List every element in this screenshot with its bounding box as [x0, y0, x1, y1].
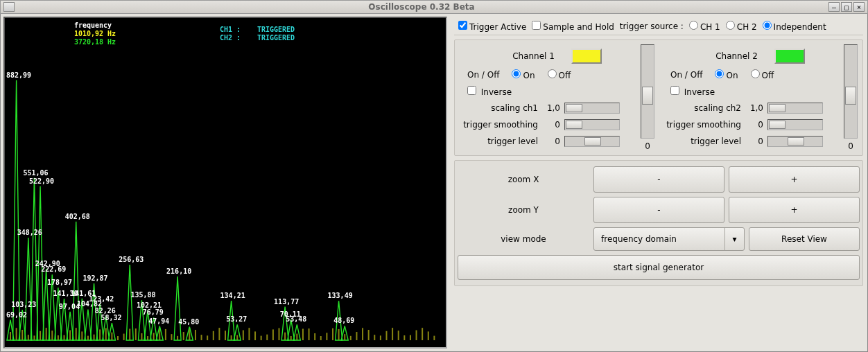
reset-view-button[interactable]: Reset View — [749, 227, 860, 251]
peak-value-label: 53,27 — [226, 315, 247, 323]
peak-value-label: 882,99 — [6, 71, 31, 79]
ch1-status-value: TRIGGERED — [257, 26, 295, 33]
trigger-level-label: trigger level — [665, 137, 741, 146]
ch2-status-label: CH2 : — [220, 34, 241, 42]
peak-value-label: 45,80 — [178, 318, 199, 326]
channel-off-radio[interactable]: Off — [548, 69, 571, 80]
trigger-level-value: 0 — [542, 137, 560, 146]
channel-title: Channel 2 — [715, 51, 758, 61]
onoff-label: On / Off — [467, 70, 499, 80]
scaling-label: scaling ch2 — [665, 103, 741, 113]
inverse-checkbox[interactable]: Inverse — [665, 86, 856, 97]
ch2-status-value: TRIGGERED — [257, 34, 295, 42]
spectrum-peak — [174, 276, 181, 340]
view-mode-label: view mode — [458, 234, 589, 244]
trigger-level-slider[interactable] — [564, 136, 620, 147]
peak-value-label: 48,69 — [333, 317, 354, 324]
trigger-active-checkbox[interactable]: Trigger Active — [458, 21, 526, 32]
peak-value-label: 141,30 — [53, 290, 78, 297]
peak-value-label: 522,90 — [29, 177, 54, 185]
peak-value-label: 134,21 — [220, 292, 245, 299]
frequency-ch1-value: 1010,92 Hz — [74, 30, 116, 37]
trigger-level-value: 0 — [745, 137, 763, 146]
zoom-y-label: zoom Y — [458, 205, 589, 215]
scaling-value: 1,0 — [745, 103, 763, 113]
channel-vertical-slider[interactable] — [641, 44, 654, 139]
peak-value-label: 402,68 — [65, 213, 90, 220]
vslider-readout: 0 — [645, 141, 650, 151]
peak-value-label: 222,69 — [41, 265, 66, 273]
view-mode-value: frequency domain — [601, 234, 677, 244]
chevron-down-icon: ▾ — [724, 228, 744, 250]
trigger-level-slider[interactable] — [767, 136, 823, 147]
channel-off-radio[interactable]: Off — [751, 69, 774, 80]
trigger-source-label: trigger source : — [620, 21, 684, 31]
zoom-x-plus-button[interactable]: + — [729, 166, 860, 193]
frequency-label: frequency — [74, 21, 112, 29]
peak-value-label: 256,63 — [119, 256, 144, 263]
channel-on-radio[interactable]: On — [512, 69, 535, 80]
window-minimize-button[interactable]: – — [828, 2, 840, 12]
trigger-smoothing-value: 0 — [542, 120, 560, 130]
zoom-y-plus-button[interactable]: + — [729, 197, 860, 223]
trigger-source-ch2-radio[interactable]: CH 2 — [726, 21, 757, 32]
inverse-checkbox[interactable]: Inverse — [462, 86, 652, 97]
peak-value-label: 348,26 — [17, 229, 42, 236]
peak-value-label: 69,02 — [6, 311, 27, 319]
peak-value-label: 216,10 — [166, 267, 191, 275]
trigger-smoothing-label: trigger smoothing — [462, 120, 538, 130]
window-maximize-button[interactable]: □ — [841, 2, 852, 12]
window-close-button[interactable]: × — [853, 2, 865, 12]
peak-value-label: 178,97 — [47, 279, 72, 286]
peak-value-label: 102,21 — [137, 301, 162, 309]
peak-value-label: 192,87 — [83, 274, 108, 282]
zoom-x-minus-button[interactable]: - — [593, 166, 724, 193]
peak-value-label: 103,23 — [11, 301, 36, 308]
ch1-status-label: CH1 : — [220, 26, 241, 33]
trigger-smoothing-label: trigger smoothing — [665, 120, 741, 130]
window-menu-button[interactable] — [3, 2, 15, 12]
view-mode-combo[interactable]: frequency domain ▾ — [593, 227, 745, 251]
frequency-ch2-value: 3720,18 Hz — [74, 38, 116, 46]
peak-value-label: 58,32 — [101, 314, 121, 322]
peak-value-label: 47,94 — [148, 317, 169, 325]
zoom-x-label: zoom X — [458, 175, 589, 184]
trigger-source-independent-radio[interactable]: Independent — [763, 21, 826, 32]
spectrum-peak — [73, 222, 80, 340]
peak-value-label: 551,06 — [23, 169, 48, 177]
controls-panel: Trigger Active Sample and Hold trigger s… — [450, 14, 867, 351]
trigger-smoothing-value: 0 — [745, 120, 763, 130]
oscilloscope-display: frequency 1010,92 Hz 3720,18 Hz CH1 : TR… — [3, 17, 447, 349]
peak-value-label: 113,77 — [274, 298, 299, 306]
zoom-y-minus-button[interactable]: - — [593, 197, 724, 223]
trigger-source-ch1-radio[interactable]: CH 1 — [689, 21, 720, 32]
peak-value-label: 135,88 — [130, 291, 155, 299]
trigger-smoothing-slider[interactable] — [767, 119, 823, 130]
peak-value-label: 76,79 — [143, 308, 164, 316]
start-signal-generator-button[interactable]: start signal generator — [458, 255, 860, 280]
scaling-slider[interactable] — [767, 103, 823, 114]
channel-vertical-slider[interactable] — [844, 44, 858, 139]
vslider-readout: 0 — [848, 141, 853, 151]
channel-color-swatch[interactable] — [774, 49, 805, 64]
scaling-label: scaling ch1 — [462, 103, 538, 113]
channel-on-radio[interactable]: On — [715, 69, 738, 80]
channel-title: Channel 1 — [512, 51, 555, 61]
channel-panel-1: Channel 1 On / Off On Off Inverse scalin… — [458, 44, 657, 151]
peak-value-label: 97,04 — [59, 303, 80, 310]
scaling-slider[interactable] — [564, 103, 620, 114]
peak-value-label: 133,49 — [328, 292, 353, 299]
peak-value-label: 53,48 — [286, 315, 306, 323]
channel-panel-2: Channel 2 On / Off On Off Inverse scalin… — [661, 44, 860, 151]
sample-hold-checkbox[interactable]: Sample and Hold — [532, 21, 614, 32]
scaling-value: 1,0 — [542, 103, 560, 113]
window-titlebar: Oscilloscope 0.32 Beta – □ × — [0, 0, 868, 14]
channel-color-swatch[interactable] — [571, 49, 602, 64]
trigger-row: Trigger Active Sample and Hold trigger s… — [454, 18, 863, 35]
onoff-label: On / Off — [670, 70, 702, 80]
trigger-level-label: trigger level — [462, 137, 538, 146]
window-title: Oscilloscope 0.32 Beta — [15, 2, 828, 12]
trigger-smoothing-slider[interactable] — [564, 119, 620, 130]
